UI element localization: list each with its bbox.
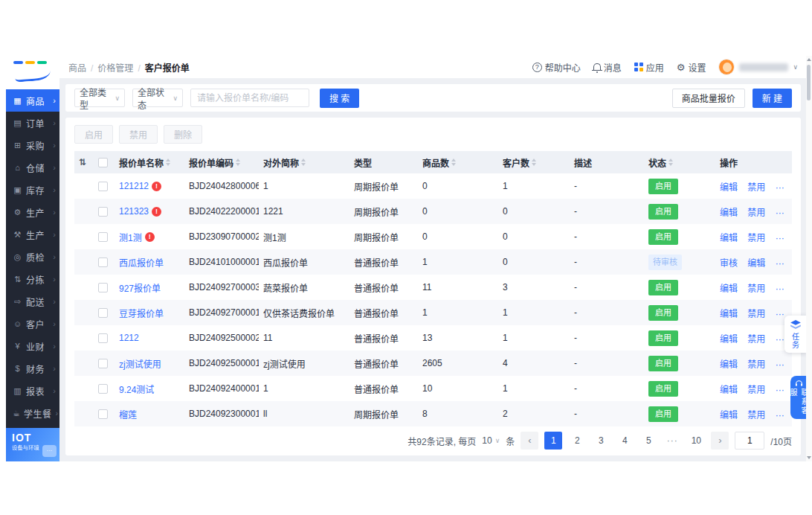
row-action-more[interactable]: ··· xyxy=(776,258,784,269)
scroll-down-arrow-icon[interactable] xyxy=(807,456,811,459)
select-all-checkbox[interactable] xyxy=(98,158,108,167)
bulk-delete-button[interactable]: 删除 xyxy=(164,125,202,144)
page-number-button[interactable]: 3 xyxy=(592,432,610,450)
row-action-more[interactable]: ··· xyxy=(776,334,784,345)
row-action-secondary[interactable]: 禁用 xyxy=(747,182,765,193)
page-number-button[interactable]: ··· xyxy=(663,432,681,450)
user-menu[interactable]: ∨ xyxy=(718,59,798,75)
task-float-button[interactable]: 任务 xyxy=(784,316,807,353)
quote-name-link[interactable]: 927报价单 xyxy=(119,281,161,294)
page-size-select[interactable]: 10 ∨ xyxy=(482,435,500,446)
row-action-more[interactable]: ··· xyxy=(776,182,784,193)
page-number-button[interactable]: 10 xyxy=(687,432,705,450)
column-header[interactable]: 客户数 xyxy=(498,151,570,173)
row-action-more[interactable]: ··· xyxy=(776,359,784,370)
row-action-secondary[interactable]: 禁用 xyxy=(747,208,765,218)
quote-name-link[interactable]: 豆芽报价单 xyxy=(119,307,164,319)
row-checkbox[interactable] xyxy=(98,182,108,191)
page-number-button[interactable]: 4 xyxy=(616,432,634,450)
row-action-primary[interactable]: 编辑 xyxy=(720,182,738,193)
sidebar-item[interactable]: ☺ 客户 › xyxy=(6,313,59,335)
row-checkbox[interactable] xyxy=(98,384,108,394)
row-action-primary[interactable]: 审核 xyxy=(720,258,738,269)
row-action-primary[interactable]: 编辑 xyxy=(720,284,738,294)
type-filter-select[interactable]: 全部类型 ∨ xyxy=(74,89,125,107)
row-action-secondary[interactable]: 禁用 xyxy=(747,284,765,294)
batch-quote-button[interactable]: 商品批量报价 xyxy=(672,89,745,108)
row-action-primary[interactable]: 编辑 xyxy=(720,208,738,218)
row-action-secondary[interactable]: 禁用 xyxy=(747,410,765,420)
row-checkbox[interactable] xyxy=(98,207,108,217)
row-checkbox[interactable] xyxy=(98,258,108,267)
row-action-secondary[interactable]: 禁用 xyxy=(747,334,765,345)
sidebar-item[interactable]: ▥ 报表 › xyxy=(6,380,59,402)
sort-icon[interactable] xyxy=(668,159,673,166)
row-action-primary[interactable]: 编辑 xyxy=(720,410,738,420)
row-checkbox[interactable] xyxy=(98,333,108,343)
sidebar-item[interactable]: ▦ 商品 › xyxy=(6,89,59,112)
quote-name-link[interactable]: 121323 xyxy=(119,206,149,217)
quote-name-link[interactable]: zj测试使用 xyxy=(119,357,161,370)
breadcrumb-item[interactable]: 商品 xyxy=(68,61,93,74)
row-checkbox[interactable] xyxy=(98,409,108,419)
sidebar-item[interactable]: ☕ 学生餐 › xyxy=(6,402,59,424)
quote-name-link[interactable]: 榴莲 xyxy=(119,408,137,420)
breadcrumb-item[interactable]: 客户报价单 xyxy=(145,61,190,74)
sidebar-item[interactable]: ⇨ 配送 › xyxy=(6,290,59,313)
column-header[interactable]: 状态 xyxy=(644,151,715,173)
row-action-primary[interactable]: 编辑 xyxy=(720,385,738,395)
row-action-secondary[interactable]: 禁用 xyxy=(747,385,765,395)
row-action-primary[interactable]: 编辑 xyxy=(720,359,738,370)
row-action-more[interactable]: ··· xyxy=(776,385,784,395)
row-action-secondary[interactable]: 编辑 xyxy=(747,258,765,269)
row-action-more[interactable]: ··· xyxy=(776,309,784,319)
scroll-up-arrow-icon[interactable] xyxy=(807,58,811,61)
next-page-button[interactable]: › xyxy=(711,432,729,450)
sidebar-item[interactable]: ¥ 业财 › xyxy=(6,335,59,357)
sidebar-item[interactable]: ⚒ 生产 › xyxy=(6,223,59,246)
vertical-scrollbar[interactable] xyxy=(806,56,812,461)
column-header[interactable]: 报价单名称 xyxy=(115,151,184,173)
row-action-primary[interactable]: 编辑 xyxy=(720,309,738,319)
sidebar-item[interactable]: ▤ 订单 › xyxy=(6,112,59,134)
apps-button[interactable]: 应用 xyxy=(634,61,664,74)
sidebar-item[interactable]: ⇅ 分拣 › xyxy=(6,268,59,290)
sidebar-footer[interactable]: IOT 设备与环境 ··· xyxy=(6,428,59,461)
row-action-secondary[interactable]: 禁用 xyxy=(747,233,765,243)
search-button[interactable]: 搜 索 xyxy=(320,89,359,108)
quote-name-link[interactable]: 121212 xyxy=(119,181,149,191)
create-button[interactable]: 新 建 xyxy=(753,89,792,108)
row-action-primary[interactable]: 编辑 xyxy=(720,334,738,345)
sort-icon[interactable] xyxy=(532,159,536,166)
sidebar-item[interactable]: ◎ 质检 › xyxy=(6,246,59,268)
row-checkbox[interactable] xyxy=(98,232,108,242)
customer-service-float-button[interactable]: 联系客服 xyxy=(790,376,807,419)
sidebar-item[interactable]: ▣ 库存 › xyxy=(6,179,59,201)
quote-name-link[interactable]: 测1测 xyxy=(119,231,142,243)
quote-name-link[interactable]: 西瓜报价单 xyxy=(119,256,164,269)
column-header[interactable]: 商品数 xyxy=(418,151,498,173)
column-header[interactable]: 操作 xyxy=(715,151,792,173)
prev-page-button[interactable]: ‹ xyxy=(521,432,538,450)
row-action-more[interactable]: ··· xyxy=(776,233,784,243)
quote-name-link[interactable]: 9.24测试 xyxy=(119,383,154,395)
breadcrumb-item[interactable]: 价格管理 xyxy=(97,61,140,74)
bulk-enable-button[interactable]: 启用 xyxy=(74,125,113,144)
column-header[interactable]: 描述 xyxy=(570,151,644,173)
row-action-secondary[interactable]: 禁用 xyxy=(747,359,765,370)
row-action-more[interactable]: ··· xyxy=(776,410,784,420)
sidebar-item[interactable]: $ 财务 › xyxy=(6,357,59,380)
help-center-button[interactable]: ? 帮助中心 xyxy=(532,61,581,74)
sort-icon[interactable] xyxy=(236,159,240,166)
row-action-primary[interactable]: 编辑 xyxy=(720,233,738,243)
quote-name-link[interactable]: 1212 xyxy=(119,333,139,343)
column-header[interactable]: 类型 xyxy=(349,151,418,173)
sort-icon[interactable] xyxy=(301,159,306,166)
sidebar-item[interactable]: ⚙ 生产 › xyxy=(6,201,59,223)
settings-button[interactable]: ⚙ 设置 xyxy=(677,61,706,74)
messages-button[interactable]: 消息 xyxy=(593,61,622,74)
page-number-button[interactable]: 1 xyxy=(544,432,562,450)
search-input[interactable] xyxy=(190,89,309,107)
sidebar-item[interactable]: ⊞ 采购 › xyxy=(6,134,59,156)
scrollbar-thumb[interactable] xyxy=(807,65,811,100)
